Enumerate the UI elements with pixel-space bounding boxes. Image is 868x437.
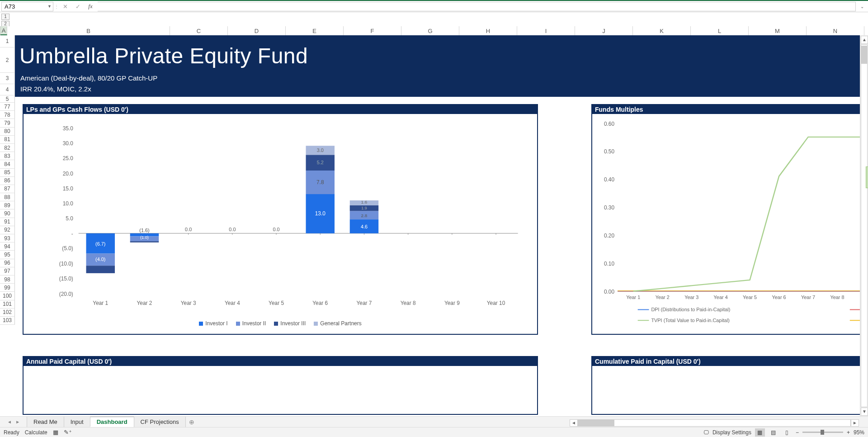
svg-text:Year 7: Year 7 (356, 300, 372, 306)
view-normal-button[interactable]: ▦ (755, 428, 765, 437)
svg-text:Year 4: Year 4 (714, 294, 728, 300)
row-header-93[interactable]: 93 (0, 234, 15, 242)
view-page-break-button[interactable]: ▯ (782, 428, 792, 437)
add-sheet-button[interactable]: ⊕ (186, 417, 198, 427)
row-header-94[interactable]: 94 (0, 242, 15, 251)
column-header-G[interactable]: G (401, 26, 459, 35)
outline-level-1[interactable]: 1 (1, 14, 9, 20)
insert-function-button[interactable]: fx (85, 2, 96, 11)
row-header-1[interactable]: 1 (0, 35, 15, 48)
status-calculate: Calculate (25, 429, 47, 436)
row-header-95[interactable]: 95 (0, 251, 15, 259)
column-header-C[interactable]: C (170, 26, 228, 35)
zoom-level[interactable]: 95% (854, 429, 864, 436)
macro-record-icon[interactable]: ▦ (53, 429, 58, 436)
row-header-79[interactable]: 79 (0, 119, 15, 127)
svg-text:TVPI (Total Value to Paid-in.C: TVPI (Total Value to Paid-in.Capital) (651, 318, 730, 323)
svg-rect-40 (130, 241, 159, 242)
column-header-L[interactable]: L (691, 26, 749, 35)
display-settings-icon[interactable]: 🖵 (703, 429, 709, 436)
row-header-4[interactable]: 4 (0, 84, 15, 95)
svg-text:Year 3: Year 3 (181, 300, 196, 306)
row-header-86[interactable]: 86 (0, 177, 15, 185)
column-header-E[interactable]: E (286, 26, 344, 35)
row-header-98[interactable]: 98 (0, 276, 15, 284)
row-header-88[interactable]: 88 (0, 193, 15, 201)
zoom-thumb[interactable] (821, 430, 824, 435)
row-header-2[interactable]: 2 (0, 48, 15, 73)
column-header-I[interactable]: I (517, 26, 575, 35)
row-header-90[interactable]: 90 (0, 209, 15, 218)
sheet-tab-read-me[interactable]: Read Me (27, 417, 64, 427)
view-page-layout-button[interactable]: ▤ (769, 428, 778, 437)
scroll-down-button[interactable]: ▼ (861, 408, 868, 416)
svg-text:0.30: 0.30 (604, 204, 615, 211)
row-header-82[interactable]: 82 (0, 144, 15, 152)
row-header-81[interactable]: 81 (0, 136, 15, 144)
name-box[interactable]: A73 ▼ (1, 2, 53, 11)
horizontal-scrollbar[interactable]: ◄ ► (570, 419, 859, 427)
zoom-slider[interactable] (802, 432, 843, 433)
row-header-97[interactable]: 97 (0, 267, 15, 276)
accessibility-icon[interactable]: ✎⁺ (64, 429, 72, 436)
hscroll-thumb[interactable] (578, 420, 614, 426)
svg-text:Year 5: Year 5 (269, 300, 284, 306)
formula-input[interactable] (98, 2, 856, 11)
row-header-85[interactable]: 85 (0, 169, 15, 177)
column-header-J[interactable]: J (575, 26, 633, 35)
multiples-chart-svg: 0.60 0.50 0.40 0.30 0.20 0.10 0.00 Year … (592, 114, 867, 333)
annual-paid-capital-title: Annual Paid Capital (USD 0') (24, 357, 537, 366)
vscroll-marker (866, 166, 868, 188)
hscroll-right[interactable]: ► (851, 419, 859, 427)
hscroll-track[interactable] (578, 419, 851, 427)
column-header-K[interactable]: K (633, 26, 691, 35)
tab-nav-buttons[interactable]: ◄ ► (0, 417, 27, 427)
scroll-up-button[interactable]: ▲ (861, 36, 868, 44)
display-settings-label[interactable]: Display Settings (712, 429, 751, 436)
row-header-78[interactable]: 78 (0, 111, 15, 119)
svg-text:30.0: 30.0 (63, 140, 74, 147)
column-header-N[interactable]: N (807, 26, 864, 35)
column-header-A[interactable]: A (0, 26, 7, 35)
svg-text:(6.7): (6.7) (95, 241, 105, 247)
zoom-out-button[interactable]: − (796, 429, 799, 436)
zoom-in-button[interactable]: + (847, 429, 850, 436)
vscroll-track[interactable] (861, 44, 868, 407)
sheet-tab-cf-projections[interactable]: CF Projections (134, 417, 186, 427)
svg-text:0.40: 0.40 (604, 176, 615, 183)
sheet-tab-input[interactable]: Input (64, 417, 90, 427)
cashflows-chart-card: LPs and GPs Cash Flows (USD 0') 35.0 30.… (23, 104, 538, 335)
row-header-84[interactable]: 84 (0, 160, 15, 168)
row-header-83[interactable]: 83 (0, 152, 15, 160)
sheet-content[interactable]: Umbrella Private Equity Fund American (D… (15, 35, 859, 416)
accept-formula-button[interactable]: ✓ (72, 2, 83, 11)
column-header-M[interactable]: M (749, 26, 807, 35)
column-header-B[interactable]: B (7, 26, 170, 35)
vertical-scrollbar[interactable]: ▲ ▼ (860, 35, 868, 416)
row-header-5[interactable]: 5 (0, 95, 15, 103)
column-header-H[interactable]: H (459, 26, 517, 35)
row-header-80[interactable]: 80 (0, 128, 15, 136)
row-header-3[interactable]: 3 (0, 73, 15, 84)
row-header-100[interactable]: 100 (0, 292, 15, 300)
row-header-89[interactable]: 89 (0, 201, 15, 209)
row-header-91[interactable]: 91 (0, 218, 15, 226)
formula-expand-button[interactable]: ⌄ (858, 4, 867, 9)
column-header-F[interactable]: F (344, 26, 401, 35)
row-header-101[interactable]: 101 (0, 300, 15, 309)
row-header-102[interactable]: 102 (0, 309, 15, 317)
column-header-D[interactable]: D (228, 26, 286, 35)
cancel-formula-button[interactable]: ✕ (60, 2, 71, 11)
row-header-87[interactable]: 87 (0, 185, 15, 193)
row-header-77[interactable]: 77 (0, 103, 15, 111)
row-header-92[interactable]: 92 (0, 226, 15, 234)
vscroll-thumb[interactable] (861, 46, 867, 64)
row-header-103[interactable]: 103 (0, 317, 15, 325)
hscroll-left[interactable]: ◄ (570, 419, 578, 427)
row-header-96[interactable]: 96 (0, 259, 15, 267)
svg-text:Year 8: Year 8 (401, 300, 416, 306)
sheet-tab-dashboard[interactable]: Dashboard (90, 417, 134, 427)
row-header-99[interactable]: 99 (0, 284, 15, 292)
name-box-dropdown-icon[interactable]: ▼ (47, 4, 52, 9)
svg-text:0.10: 0.10 (604, 261, 615, 267)
